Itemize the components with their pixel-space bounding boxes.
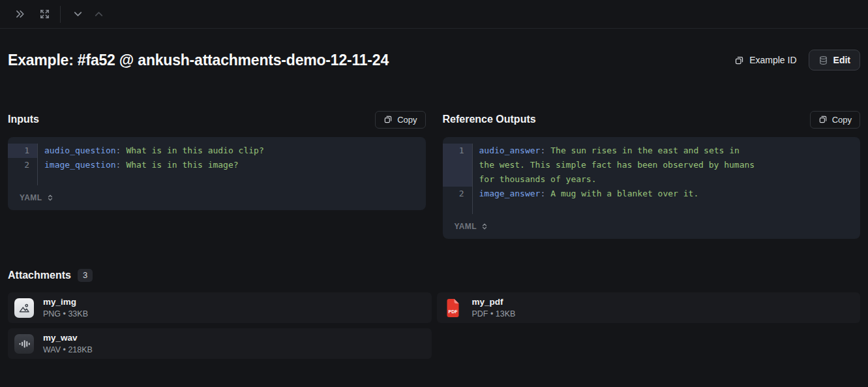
example-id-label: Example ID xyxy=(749,55,796,65)
expand-fullscreen-button[interactable] xyxy=(34,4,55,25)
line-number: 1 xyxy=(8,144,38,158)
pdf-icon-label: PDF xyxy=(449,309,458,313)
line-number: 2 xyxy=(8,158,38,172)
database-icon xyxy=(818,55,828,65)
copy-icon xyxy=(818,115,828,124)
inputs-code-viewer: 1 audio_question:What is in this audio c… xyxy=(8,137,426,210)
previous-example-button[interactable] xyxy=(88,4,109,25)
copy-inputs-button[interactable]: Copy xyxy=(375,111,425,129)
inputs-panel: Inputs Copy 1 audio_question:What is in … xyxy=(8,110,426,210)
code-spacer xyxy=(473,201,861,214)
yaml-colon: : xyxy=(540,146,545,155)
attachment-my-wav[interactable]: my_wav WAV • 218KB xyxy=(8,328,432,359)
attachment-meta: WAV • 218KB xyxy=(43,344,93,356)
yaml-colon: : xyxy=(116,146,121,155)
double-chevron-right-icon xyxy=(14,8,25,20)
top-toolbar xyxy=(0,0,868,29)
copy-example-id-button[interactable]: Example ID xyxy=(734,55,796,65)
yaml-key: image_question xyxy=(44,160,116,170)
code-line: audio_question:What is in this audio cli… xyxy=(38,144,329,158)
language-select[interactable]: YAML xyxy=(443,219,861,234)
yaml-key: audio_question xyxy=(44,146,116,155)
copy-outputs-button[interactable]: Copy xyxy=(810,111,860,129)
attachment-name: my_pdf xyxy=(472,296,516,308)
yaml-key: audio_answer xyxy=(479,146,541,155)
attachments-count-badge: 3 xyxy=(78,269,93,282)
edit-button[interactable]: Edit xyxy=(809,50,860,70)
yaml-colon: : xyxy=(540,189,545,198)
inputs-title: Inputs xyxy=(8,114,39,125)
copy-icon xyxy=(734,55,744,65)
code-line: image_answer:A mug with a blanket over i… xyxy=(473,187,764,201)
page-header: Example: #fa52 @ ankush-attachments-demo… xyxy=(0,50,868,70)
copy-icon xyxy=(383,115,393,124)
attachment-my-pdf[interactable]: PDF my_pdf PDF • 13KB xyxy=(437,292,861,323)
attachment-meta: PDF • 13KB xyxy=(472,308,516,320)
attachment-my-img[interactable]: my_img PNG • 33KB xyxy=(8,292,432,323)
attachment-meta: PNG • 33KB xyxy=(43,308,88,320)
yaml-value: A mug with a blanket over it. xyxy=(550,189,698,198)
attachment-name: my_wav xyxy=(43,332,93,344)
language-label: YAML xyxy=(455,222,477,231)
line-number: 2 xyxy=(443,187,473,201)
gutter-spacer xyxy=(8,172,38,185)
pdf-file-icon: PDF xyxy=(443,298,463,318)
outputs-code-viewer: 1 audio_answer:The sun rises in the east… xyxy=(443,137,861,239)
collapse-panel-button[interactable] xyxy=(9,4,30,25)
chevron-up-down-icon xyxy=(46,194,54,202)
gutter-spacer xyxy=(443,201,473,214)
copy-label: Copy xyxy=(397,115,417,125)
code-line: audio_answer:The sun rises in the east a… xyxy=(473,144,764,187)
chevron-down-icon xyxy=(72,8,84,20)
audio-waveform-icon xyxy=(14,334,34,354)
yaml-value: What is in this image? xyxy=(126,160,238,170)
language-label: YAML xyxy=(20,193,42,202)
chevron-up-icon xyxy=(93,8,105,20)
yaml-key: image_answer xyxy=(479,189,541,198)
language-select[interactable]: YAML xyxy=(8,191,426,205)
code-spacer xyxy=(38,172,426,185)
toolbar-divider xyxy=(60,6,61,23)
attachments-title: Attachments xyxy=(8,270,71,281)
yaml-colon: : xyxy=(116,160,121,170)
image-icon xyxy=(14,298,34,318)
attachment-name: my_img xyxy=(43,296,88,308)
copy-label: Copy xyxy=(832,115,852,125)
page-title: Example: #fa52 @ ankush-attachments-demo… xyxy=(8,52,389,69)
reference-outputs-title: Reference Outputs xyxy=(443,114,536,125)
line-number: 1 xyxy=(443,144,473,187)
yaml-value: What is in this audio clip? xyxy=(126,146,263,155)
maximize-icon xyxy=(39,8,50,20)
next-example-button[interactable] xyxy=(67,4,88,25)
chevron-up-down-icon xyxy=(481,223,488,230)
code-line: image_question:What is in this image? xyxy=(38,158,329,172)
example-panels: Inputs Copy 1 audio_question:What is in … xyxy=(0,110,868,239)
edit-label: Edit xyxy=(833,55,850,65)
reference-outputs-panel: Reference Outputs Copy 1 audio_answer:Th… xyxy=(443,110,861,239)
attachments-section: Attachments 3 my_img PNG • 33KB PDF xyxy=(0,269,868,359)
